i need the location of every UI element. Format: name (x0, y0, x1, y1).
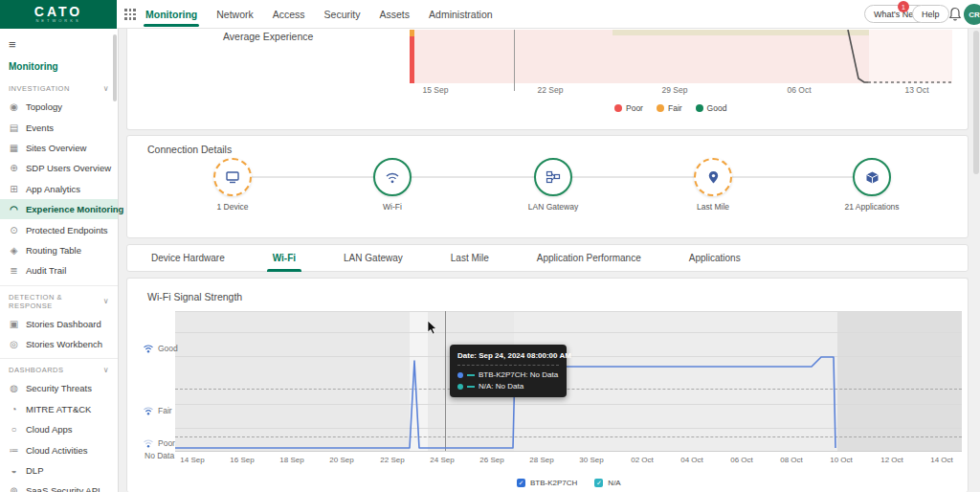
sidebar-item-stories-dashboard[interactable]: ▣Stories Dashboard (0, 314, 118, 334)
connector (412, 176, 534, 178)
chevron-down-icon: ∨ (103, 84, 109, 93)
tooltip-date: Date: Sep 24, 2024 08:00:00 AM (457, 351, 559, 360)
top-bar: CATO NETWORKS Monitoring Network Access … (0, 0, 980, 29)
security-threats-icon: ◍ (9, 383, 19, 393)
x-tick: 12 Oct (874, 456, 910, 464)
legend-item-btb[interactable]: ✓ BTB-K2P7CH (517, 479, 577, 487)
x-tick: 22 Sep (529, 85, 571, 95)
legend-item-fair[interactable]: Fair (657, 103, 682, 113)
sidebar-item-security-threats[interactable]: ◍Security Threats (0, 378, 118, 398)
tab-last-mile[interactable]: Last Mile (445, 244, 495, 272)
main-scrollbar[interactable] (973, 31, 979, 174)
sidebar-item-protected-endpoints[interactable]: ⊙Protected Endpoints (0, 219, 118, 239)
notifications-bell-icon[interactable] (948, 7, 962, 22)
x-tick: 15 Sep (414, 85, 457, 95)
sidebar-item-dlp[interactable]: ◒DLP (0, 460, 118, 481)
sidebar: ≡ Monitoring INVESTIGATION∨ ◉Topology ▤E… (0, 29, 119, 492)
checkbox-checked-icon[interactable]: ✓ (594, 479, 603, 487)
tooltip-row-na: N/A: No Data (457, 382, 559, 391)
sidebar-item-experience-monitoring[interactable]: ◠Experience Monitoring (0, 199, 118, 219)
wifi-fair-icon (143, 406, 154, 415)
x-tick: 22 Sep (374, 456, 411, 464)
legend-item-na[interactable]: ✓ N/A (594, 479, 620, 487)
cato-logo[interactable]: CATO NETWORKS (0, 0, 117, 29)
sidebar-item-app-analytics[interactable]: ⊞App Analytics (0, 179, 118, 199)
nav-security[interactable]: Security (324, 0, 361, 29)
x-tick: 06 Oct (778, 85, 820, 95)
sidebar-item-sdp-users-overview[interactable]: ⊕SDP Users Overview (0, 158, 118, 178)
sidebar-item-stories-workbench[interactable]: ◎Stories Workbench (0, 334, 118, 354)
nav-network[interactable]: Network (216, 0, 254, 29)
legend-item-poor[interactable]: Poor (614, 103, 643, 113)
x-tick: 30 Sep (573, 456, 610, 464)
sidebar-item-mitre-attck[interactable]: ◔MITRE ATT&CK (0, 399, 118, 419)
wifi-signal-line (175, 311, 962, 452)
wifi-node[interactable] (373, 158, 412, 196)
nav-assets[interactable]: Assets (380, 0, 411, 29)
connector (572, 176, 694, 178)
x-tick: 10 Oct (823, 456, 859, 464)
app-window: CATO NETWORKS Monitoring Network Access … (0, 0, 980, 492)
ylabel-fair: Fair (143, 406, 172, 415)
sidebar-section-investigation[interactable]: INVESTIGATION∨ (0, 78, 118, 97)
x-tick: 18 Sep (274, 456, 310, 464)
applications-node[interactable] (853, 158, 891, 196)
experience-reference-line (514, 30, 515, 91)
sidebar-root-title: Monitoring (0, 54, 118, 78)
device-node[interactable] (213, 158, 252, 196)
sidebar-item-sites-overview[interactable]: ▦Sites Overview (0, 138, 118, 158)
logo-text: CATO (34, 6, 82, 18)
sidebar-collapse-icon[interactable]: ≡ (0, 29, 118, 54)
mitre-attck-icon: ◔ (9, 404, 19, 414)
sidebar-scrollbar[interactable] (113, 34, 117, 101)
nav-administration[interactable]: Administration (429, 0, 493, 29)
experience-fair-strip (612, 30, 869, 35)
help-button[interactable]: Help (912, 5, 949, 23)
wifi-legend: ✓ BTB-K2P7CH ✓ N/A (517, 479, 621, 487)
x-tick: 13 Oct (896, 85, 938, 95)
wifi-poor-icon (143, 438, 154, 448)
x-tick: 24 Sep (424, 456, 460, 464)
lan-gateway-node[interactable] (534, 158, 572, 196)
sidebar-item-routing-table[interactable]: ◈Routing Table (0, 240, 118, 260)
cloud-apps-icon: ○ (9, 424, 19, 435)
experience-legend: Poor Fair Good (614, 103, 726, 113)
tab-application-performance[interactable]: Application Performance (531, 244, 647, 272)
sidebar-item-topology[interactable]: ◉Topology (0, 97, 118, 117)
legend-item-good[interactable]: Good (696, 103, 727, 113)
sites-overview-icon: ▦ (9, 143, 19, 153)
device-icon (225, 170, 240, 184)
sidebar-item-audit-trail[interactable]: ≣Audit Trail (0, 260, 118, 280)
sidebar-item-events[interactable]: ▤Events (0, 117, 118, 137)
app-grid-icon[interactable] (124, 9, 136, 20)
x-tick: 26 Sep (474, 456, 510, 464)
tab-device-hardware[interactable]: Device Hardware (145, 244, 231, 272)
user-avatar[interactable]: CR (964, 4, 980, 25)
cloud-activities-icon: ≔ (9, 445, 19, 456)
connector (732, 176, 853, 178)
events-icon: ▤ (9, 123, 19, 133)
sidebar-section-detection-response[interactable]: DETECTION & RESPONSE∨ (0, 285, 118, 314)
nav-monitoring[interactable]: Monitoring (145, 0, 197, 29)
last-mile-node[interactable] (694, 158, 732, 196)
topology-icon: ◉ (9, 101, 19, 112)
nav-access[interactable]: Access (273, 0, 305, 29)
sidebar-item-cloud-apps[interactable]: ○Cloud Apps (0, 419, 118, 439)
sidebar-item-cloud-activities[interactable]: ≔Cloud Activities (0, 439, 118, 459)
whats-new-badge: 1 (898, 1, 909, 12)
device-node-label: 1 Device (189, 202, 276, 212)
tab-wifi[interactable]: Wi-Fi (267, 244, 301, 272)
wifi-signal-plot[interactable] (175, 311, 962, 452)
sidebar-section-dashboards[interactable]: DASHBOARDS∨ (0, 358, 118, 378)
routing-table-icon: ◈ (9, 245, 19, 256)
poor-dot-icon (614, 104, 622, 112)
checkbox-checked-icon[interactable]: ✓ (517, 479, 525, 487)
sidebar-item-saas-security-api[interactable]: ⊚SaaS Security API (0, 481, 118, 492)
applications-icon (865, 170, 880, 185)
fair-dot-icon (657, 104, 664, 112)
tab-lan-gateway[interactable]: LAN Gateway (338, 244, 409, 272)
tab-applications[interactable]: Applications (683, 244, 746, 272)
chevron-down-icon: ∨ (103, 297, 109, 305)
main-nav: Monitoring Network Access Security Asset… (145, 0, 493, 29)
stories-workbench-icon: ◎ (9, 339, 19, 349)
